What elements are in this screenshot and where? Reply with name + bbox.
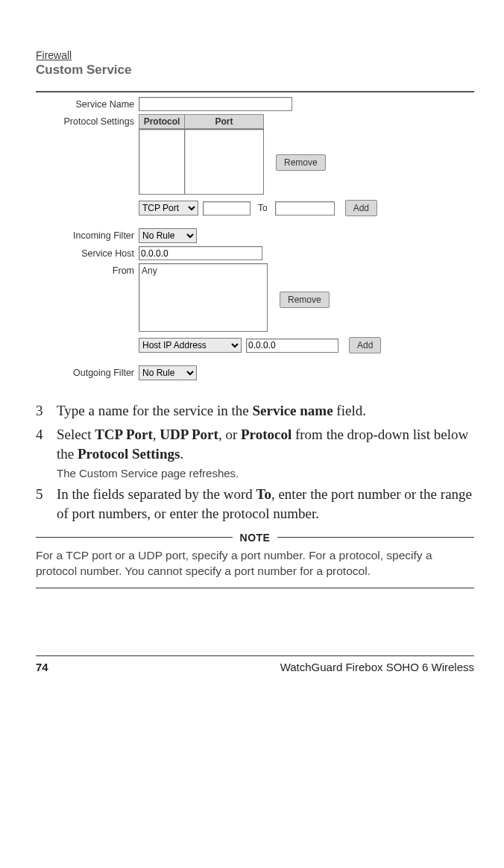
step-text: Select: [57, 427, 95, 442]
step-bold: UDP Port: [160, 427, 218, 442]
step-text: ,: [153, 427, 160, 442]
step-bold: Protocol: [241, 427, 292, 442]
from-listbox[interactable]: Any: [139, 263, 268, 332]
from-type-select[interactable]: Host IP Address: [139, 338, 242, 353]
port-col-header: Port: [185, 114, 264, 129]
port-listbox[interactable]: [184, 129, 264, 195]
protocol-add-button[interactable]: Add: [345, 200, 377, 216]
page-footer: 74 WatchGuard Firebox SOHO 6 Wireless: [36, 655, 474, 673]
protocol-type-select[interactable]: TCP Port: [139, 201, 198, 216]
service-name-label: Service Name: [36, 97, 139, 110]
step-text: .: [180, 446, 183, 462]
step-bold: Protocol Settings: [78, 446, 180, 462]
step-bold: Service name: [252, 403, 333, 418]
product-name: WatchGuard Firebox SOHO 6 Wireless: [280, 661, 474, 673]
note-block: NOTE For a TCP port or a UDP port, speci…: [36, 532, 474, 589]
note-line-left: [36, 537, 233, 538]
breadcrumb[interactable]: Firewall: [36, 49, 72, 61]
note-line-right: [277, 537, 474, 538]
service-name-input[interactable]: [139, 97, 292, 111]
note-label: NOTE: [240, 532, 271, 544]
protocol-remove-button[interactable]: Remove: [276, 154, 326, 171]
divider: [36, 91, 474, 92]
step-number: 5: [36, 485, 57, 523]
step-number: 3: [36, 401, 57, 421]
from-label: From: [36, 263, 139, 276]
page-number: 74: [36, 661, 48, 673]
from-remove-button[interactable]: Remove: [280, 292, 330, 308]
step-text: Type a name for the service in the: [57, 403, 252, 418]
incoming-filter-select[interactable]: No Rule: [139, 228, 197, 243]
service-host-input[interactable]: [139, 246, 262, 260]
step-number: 4: [36, 425, 57, 480]
step-3: 3 Type a name for the service in the Ser…: [36, 401, 474, 421]
protocol-col-header: Protocol: [139, 114, 185, 129]
outgoing-filter-select[interactable]: No Rule: [139, 365, 197, 380]
step-5: 5 In the fields separated by the word To…: [36, 485, 474, 523]
step-bold: TCP Port: [95, 427, 153, 442]
to-label: To: [258, 203, 268, 213]
step-subtext: The Custom Service page refreshes.: [57, 466, 474, 481]
step-4: 4 Select TCP Port, UDP Port, or Protocol…: [36, 425, 474, 480]
page-title: Custom Service: [36, 63, 474, 78]
port-to-input[interactable]: [275, 201, 335, 216]
from-list-item[interactable]: Any: [142, 265, 265, 276]
custom-service-screenshot: Firewall Custom Service Service Name Pro…: [36, 45, 474, 380]
incoming-filter-label: Incoming Filter: [36, 228, 139, 241]
from-host-input[interactable]: [246, 339, 338, 353]
note-end-line: [36, 588, 474, 588]
from-add-button[interactable]: Add: [349, 337, 381, 353]
instruction-steps: 3 Type a name for the service in the Ser…: [36, 401, 474, 524]
step-text: field.: [333, 403, 366, 418]
note-body: For a TCP port or a UDP port, specify a …: [36, 544, 474, 587]
port-from-input[interactable]: [203, 201, 251, 216]
service-host-label: Service Host: [36, 246, 139, 259]
protocol-settings-label: Protocol Settings: [36, 114, 139, 127]
outgoing-filter-label: Outgoing Filter: [36, 365, 139, 378]
step-bold: To: [256, 486, 271, 502]
protocol-listbox[interactable]: [139, 129, 184, 195]
step-text: , or: [218, 427, 241, 442]
step-text: In the fields separated by the word: [57, 486, 256, 502]
